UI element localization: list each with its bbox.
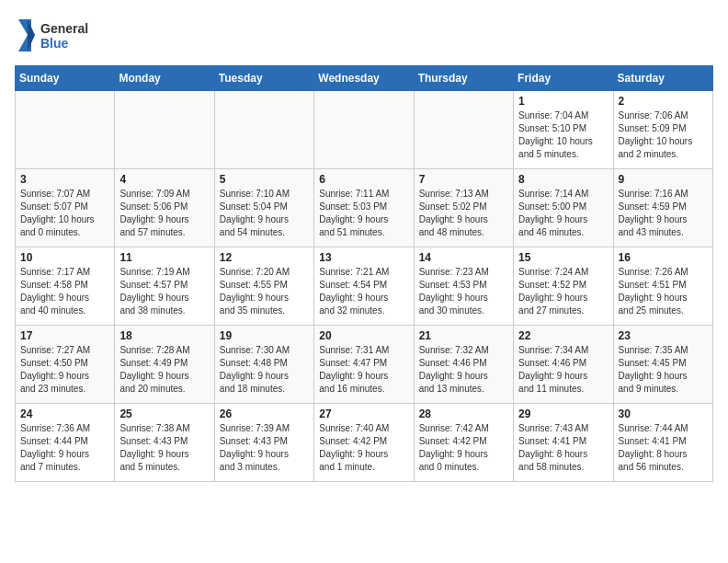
day-number: 22 (518, 329, 608, 342)
day-info: Sunrise: 7:23 AM Sunset: 4:53 PM Dayligh… (419, 266, 508, 317)
calendar-table: SundayMondayTuesdayWednesdayThursdayFrid… (15, 65, 713, 482)
day-number: 16 (619, 251, 708, 264)
day-info: Sunrise: 7:27 AM Sunset: 4:50 PM Dayligh… (20, 344, 109, 396)
calendar-day-cell: 9Sunrise: 7:16 AM Sunset: 4:59 PM Daylig… (613, 169, 712, 247)
calendar-day-cell: 1Sunrise: 7:04 AM Sunset: 5:10 PM Daylig… (514, 91, 613, 169)
calendar-day-cell (414, 91, 513, 169)
day-number: 9 (619, 173, 708, 186)
day-number: 10 (20, 251, 109, 264)
day-number: 6 (319, 173, 408, 186)
calendar-week-row: 10Sunrise: 7:17 AM Sunset: 4:58 PM Dayli… (16, 247, 713, 326)
day-info: Sunrise: 7:17 AM Sunset: 4:58 PM Dayligh… (20, 266, 109, 317)
day-info: Sunrise: 7:11 AM Sunset: 5:03 PM Dayligh… (319, 188, 408, 239)
day-info: Sunrise: 7:20 AM Sunset: 4:55 PM Dayligh… (220, 266, 309, 317)
day-info: Sunrise: 7:32 AM Sunset: 4:46 PM Dayligh… (419, 344, 508, 396)
calendar-day-cell: 14Sunrise: 7:23 AM Sunset: 4:53 PM Dayli… (414, 247, 513, 326)
calendar-day-cell: 15Sunrise: 7:24 AM Sunset: 4:52 PM Dayli… (514, 247, 613, 326)
weekday-header-row: SundayMondayTuesdayWednesdayThursdayFrid… (16, 66, 713, 91)
calendar-day-cell (16, 91, 115, 169)
day-number: 27 (319, 408, 408, 420)
calendar-day-cell: 24Sunrise: 7:36 AM Sunset: 4:44 PM Dayli… (16, 404, 115, 482)
day-info: Sunrise: 7:43 AM Sunset: 4:41 PM Dayligh… (518, 422, 608, 474)
calendar-day-cell: 23Sunrise: 7:35 AM Sunset: 4:45 PM Dayli… (613, 326, 712, 404)
day-number: 19 (220, 329, 309, 342)
day-info: Sunrise: 7:36 AM Sunset: 4:44 PM Dayligh… (20, 422, 109, 474)
calendar-week-row: 17Sunrise: 7:27 AM Sunset: 4:50 PM Dayli… (16, 326, 713, 404)
calendar-day-cell: 4Sunrise: 7:09 AM Sunset: 5:06 PM Daylig… (115, 169, 214, 247)
day-info: Sunrise: 7:28 AM Sunset: 4:49 PM Dayligh… (119, 344, 209, 396)
calendar-week-row: 3Sunrise: 7:07 AM Sunset: 5:07 PM Daylig… (16, 169, 713, 247)
calendar-day-cell: 27Sunrise: 7:40 AM Sunset: 4:42 PM Dayli… (314, 404, 414, 482)
calendar-day-cell: 6Sunrise: 7:11 AM Sunset: 5:03 PM Daylig… (314, 169, 414, 247)
calendar-day-cell (115, 91, 214, 169)
day-number: 14 (419, 251, 508, 264)
weekday-header-cell: Friday (514, 66, 613, 91)
logo: GeneralBlue (15, 15, 88, 56)
day-info: Sunrise: 7:35 AM Sunset: 4:45 PM Dayligh… (619, 344, 708, 396)
day-info: Sunrise: 7:06 AM Sunset: 5:09 PM Dayligh… (619, 109, 708, 161)
day-number: 30 (619, 408, 708, 420)
calendar-day-cell: 26Sunrise: 7:39 AM Sunset: 4:43 PM Dayli… (214, 404, 313, 482)
day-number: 12 (220, 251, 309, 264)
svg-text:General: General (40, 21, 88, 36)
calendar-day-cell: 30Sunrise: 7:44 AM Sunset: 4:41 PM Dayli… (613, 404, 712, 482)
calendar-day-cell: 28Sunrise: 7:42 AM Sunset: 4:42 PM Dayli… (414, 404, 513, 482)
day-info: Sunrise: 7:04 AM Sunset: 5:10 PM Dayligh… (518, 109, 608, 161)
day-info: Sunrise: 7:39 AM Sunset: 4:43 PM Dayligh… (220, 422, 309, 474)
calendar-day-cell: 3Sunrise: 7:07 AM Sunset: 5:07 PM Daylig… (16, 169, 115, 247)
day-info: Sunrise: 7:09 AM Sunset: 5:06 PM Dayligh… (119, 188, 209, 239)
calendar-day-cell: 18Sunrise: 7:28 AM Sunset: 4:49 PM Dayli… (115, 326, 214, 404)
weekday-header-cell: Thursday (414, 66, 513, 91)
calendar-day-cell: 2Sunrise: 7:06 AM Sunset: 5:09 PM Daylig… (613, 91, 712, 169)
weekday-header-cell: Sunday (16, 66, 115, 91)
calendar-day-cell: 20Sunrise: 7:31 AM Sunset: 4:47 PM Dayli… (314, 326, 414, 404)
day-number: 24 (20, 408, 109, 420)
day-info: Sunrise: 7:14 AM Sunset: 5:00 PM Dayligh… (518, 188, 608, 239)
calendar-day-cell: 16Sunrise: 7:26 AM Sunset: 4:51 PM Dayli… (613, 247, 712, 326)
svg-text:Blue: Blue (40, 36, 69, 51)
day-number: 3 (20, 173, 109, 186)
calendar-day-cell: 19Sunrise: 7:30 AM Sunset: 4:48 PM Dayli… (214, 326, 313, 404)
day-info: Sunrise: 7:44 AM Sunset: 4:41 PM Dayligh… (619, 422, 708, 474)
day-info: Sunrise: 7:40 AM Sunset: 4:42 PM Dayligh… (319, 422, 408, 474)
day-number: 5 (220, 173, 309, 186)
calendar-day-cell: 12Sunrise: 7:20 AM Sunset: 4:55 PM Dayli… (214, 247, 313, 326)
day-number: 29 (518, 408, 608, 420)
day-number: 13 (319, 251, 408, 264)
calendar-day-cell: 22Sunrise: 7:34 AM Sunset: 4:46 PM Dayli… (514, 326, 613, 404)
day-number: 25 (119, 408, 209, 420)
day-info: Sunrise: 7:24 AM Sunset: 4:52 PM Dayligh… (518, 266, 608, 317)
day-number: 17 (20, 329, 109, 342)
calendar-day-cell: 13Sunrise: 7:21 AM Sunset: 4:54 PM Dayli… (314, 247, 414, 326)
calendar-week-row: 24Sunrise: 7:36 AM Sunset: 4:44 PM Dayli… (16, 404, 713, 482)
calendar-day-cell (214, 91, 313, 169)
calendar-day-cell: 11Sunrise: 7:19 AM Sunset: 4:57 PM Dayli… (115, 247, 214, 326)
calendar-day-cell: 25Sunrise: 7:38 AM Sunset: 4:43 PM Dayli… (115, 404, 214, 482)
day-number: 8 (518, 173, 608, 186)
day-number: 28 (419, 408, 508, 420)
weekday-header-cell: Monday (115, 66, 214, 91)
day-number: 21 (419, 329, 508, 342)
day-info: Sunrise: 7:21 AM Sunset: 4:54 PM Dayligh… (319, 266, 408, 317)
day-info: Sunrise: 7:42 AM Sunset: 4:42 PM Dayligh… (419, 422, 508, 474)
calendar-day-cell: 5Sunrise: 7:10 AM Sunset: 5:04 PM Daylig… (214, 169, 313, 247)
day-info: Sunrise: 7:34 AM Sunset: 4:46 PM Dayligh… (518, 344, 608, 396)
calendar-day-cell: 29Sunrise: 7:43 AM Sunset: 4:41 PM Dayli… (514, 404, 613, 482)
calendar-day-cell (314, 91, 414, 169)
calendar-day-cell: 21Sunrise: 7:32 AM Sunset: 4:46 PM Dayli… (414, 326, 513, 404)
calendar-day-cell: 8Sunrise: 7:14 AM Sunset: 5:00 PM Daylig… (514, 169, 613, 247)
day-number: 11 (119, 251, 209, 264)
day-info: Sunrise: 7:10 AM Sunset: 5:04 PM Dayligh… (220, 188, 309, 239)
page-header: GeneralBlue (15, 15, 713, 56)
day-info: Sunrise: 7:07 AM Sunset: 5:07 PM Dayligh… (20, 188, 109, 239)
calendar-day-cell: 7Sunrise: 7:13 AM Sunset: 5:02 PM Daylig… (414, 169, 513, 247)
weekday-header-cell: Wednesday (314, 66, 414, 91)
weekday-header-cell: Tuesday (214, 66, 313, 91)
calendar-day-cell: 17Sunrise: 7:27 AM Sunset: 4:50 PM Dayli… (16, 326, 115, 404)
day-info: Sunrise: 7:26 AM Sunset: 4:51 PM Dayligh… (619, 266, 708, 317)
weekday-header-cell: Saturday (613, 66, 712, 91)
day-info: Sunrise: 7:16 AM Sunset: 4:59 PM Dayligh… (619, 188, 708, 239)
day-number: 26 (220, 408, 309, 420)
day-number: 23 (619, 329, 708, 342)
calendar-body: 1Sunrise: 7:04 AM Sunset: 5:10 PM Daylig… (16, 91, 713, 482)
